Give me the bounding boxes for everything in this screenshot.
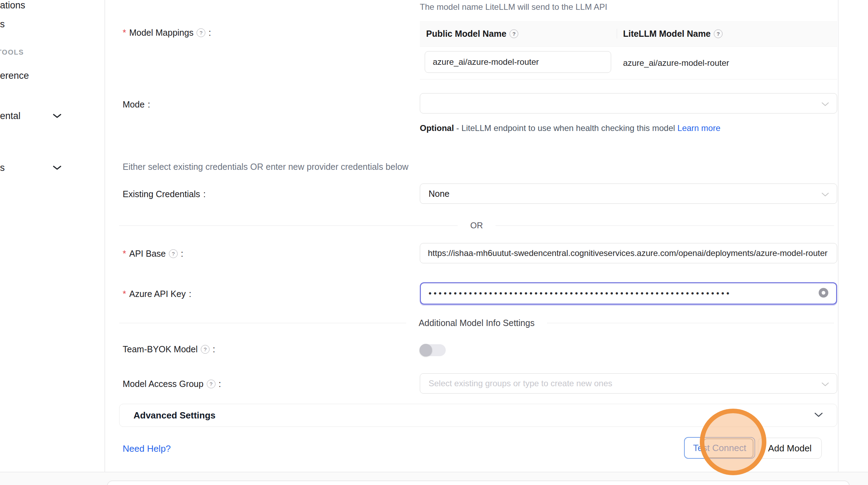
team-byok-label: Team-BYOK Model ? : bbox=[123, 343, 215, 355]
model-mappings-label-text: Model Mappings bbox=[129, 28, 193, 38]
divider-line bbox=[119, 323, 406, 323]
divider-line bbox=[547, 323, 834, 323]
mode-help-text: Optional - LiteLLM endpoint to use when … bbox=[420, 121, 725, 135]
credentials-note: Either select existing credentials OR en… bbox=[123, 162, 409, 172]
help-icon[interactable]: ? bbox=[510, 29, 518, 38]
mode-help-bold: Optional bbox=[420, 123, 454, 133]
column-separator bbox=[617, 29, 617, 39]
sidebar-section-tools: TOOLS bbox=[0, 48, 24, 56]
chevron-down-icon bbox=[53, 165, 62, 172]
azure-api-key-label-text: Azure API Key bbox=[129, 289, 186, 299]
help-icon[interactable]: ? bbox=[169, 249, 178, 258]
chevron-down-icon bbox=[814, 412, 823, 418]
help-glyph: ? bbox=[512, 31, 515, 37]
model-name-helper-text: The model name LiteLLM will send to the … bbox=[420, 2, 607, 12]
model-mappings-label: * Model Mappings ? : bbox=[123, 26, 211, 39]
api-base-label: * API Base ? : bbox=[123, 247, 183, 260]
mode-label-text: Mode bbox=[123, 99, 145, 110]
help-glyph: ? bbox=[210, 381, 212, 387]
azure-api-key-input[interactable]: ••••••••••••••••••••••••••••••••••••••••… bbox=[420, 282, 837, 305]
sidebar-item-label: ental bbox=[0, 111, 21, 121]
help-glyph: ? bbox=[172, 251, 175, 257]
model-access-group-select[interactable]: Select existing groups or type to create… bbox=[420, 373, 837, 394]
masked-api-key-value: ••••••••••••••••••••••••••••••••••••••••… bbox=[421, 289, 811, 298]
chevron-down-icon bbox=[821, 379, 829, 389]
model-mappings-table-row: azure_ai/azure-model-router bbox=[420, 47, 837, 79]
label-colon: : bbox=[219, 379, 221, 389]
help-icon[interactable]: ? bbox=[201, 345, 210, 354]
model-mappings-table: Public Model Name ? LiteLLM Model Name ?… bbox=[420, 21, 837, 79]
help-icon[interactable]: ? bbox=[714, 29, 723, 38]
model-access-group-label: Model Access Group ? : bbox=[123, 377, 221, 390]
chevron-down-icon bbox=[53, 113, 62, 120]
litellm-model-name-header-text: LiteLLM Model Name bbox=[623, 29, 711, 39]
label-colon: : bbox=[189, 289, 191, 299]
app-screen: ations s TOOLS erence ental s The model … bbox=[0, 0, 868, 485]
toggle-knob bbox=[419, 344, 432, 356]
sidebar-item-label: ations bbox=[0, 0, 25, 11]
divider-line bbox=[495, 226, 834, 226]
add-model-button-label: Add Model bbox=[768, 443, 812, 454]
label-colon: : bbox=[209, 28, 211, 38]
sidebar-item-experimental[interactable]: ental bbox=[0, 111, 21, 122]
content-right-divider bbox=[838, 0, 839, 472]
add-model-button[interactable]: Add Model bbox=[758, 438, 822, 459]
sidebar-section-label: TOOLS bbox=[0, 48, 24, 56]
existing-credentials-value: None bbox=[429, 189, 450, 199]
help-glyph: ? bbox=[204, 346, 206, 352]
or-divider: OR bbox=[119, 221, 834, 230]
next-card-top-edge bbox=[107, 480, 850, 485]
sidebar-item-label: s bbox=[0, 19, 5, 29]
sidebar: ations s TOOLS erence ental s bbox=[0, 0, 105, 472]
team-byok-toggle[interactable] bbox=[420, 344, 446, 356]
azure-api-key-label: * Azure API Key : bbox=[123, 287, 191, 300]
help-glyph: ? bbox=[717, 31, 720, 37]
click-highlight-circle bbox=[700, 409, 766, 475]
model-access-group-placeholder: Select existing groups or type to create… bbox=[429, 379, 612, 388]
learn-more-link[interactable]: Learn more bbox=[677, 123, 720, 133]
mode-select[interactable] bbox=[420, 93, 837, 113]
public-model-name-header-text: Public Model Name bbox=[426, 29, 506, 39]
help-glyph: ? bbox=[200, 30, 203, 36]
label-colon: : bbox=[203, 189, 206, 199]
or-divider-text: OR bbox=[470, 221, 483, 230]
chevron-down-icon bbox=[821, 189, 829, 199]
divider-line bbox=[119, 226, 458, 226]
help-icon[interactable]: ? bbox=[207, 380, 216, 388]
label-colon: : bbox=[181, 249, 183, 259]
additional-settings-divider-text: Additional Model Info Settings bbox=[419, 318, 535, 328]
required-marker: * bbox=[123, 289, 126, 299]
sidebar-item-inference[interactable]: erence bbox=[0, 70, 29, 81]
model-access-group-label-text: Model Access Group bbox=[123, 379, 204, 389]
additional-settings-divider: Additional Model Info Settings bbox=[119, 318, 834, 328]
required-marker: * bbox=[123, 249, 126, 259]
public-model-name-header: Public Model Name ? bbox=[426, 29, 610, 39]
mode-help-rest: - LiteLLM endpoint to use when health ch… bbox=[454, 123, 677, 133]
help-icon[interactable]: ? bbox=[197, 28, 205, 37]
existing-credentials-label: Existing Credentials : bbox=[123, 188, 206, 200]
required-marker: * bbox=[123, 28, 126, 38]
label-colon: : bbox=[148, 99, 150, 110]
api-base-input[interactable] bbox=[420, 243, 837, 263]
model-mappings-table-header: Public Model Name ? LiteLLM Model Name ? bbox=[420, 21, 837, 47]
sidebar-item-organizations[interactable]: ations bbox=[0, 0, 25, 11]
litellm-model-name-value: azure_ai/azure-model-router bbox=[623, 47, 729, 79]
sidebar-item-settings[interactable]: s bbox=[0, 162, 5, 173]
sidebar-item[interactable]: s bbox=[0, 19, 5, 30]
chevron-down-icon bbox=[821, 98, 829, 109]
existing-credentials-label-text: Existing Credentials bbox=[123, 189, 200, 199]
label-colon: : bbox=[213, 344, 215, 354]
litellm-model-name-header: LiteLLM Model Name ? bbox=[623, 29, 723, 39]
eye-icon[interactable] bbox=[818, 287, 829, 300]
need-help-link[interactable]: Need Help? bbox=[123, 443, 171, 454]
sidebar-item-label: s bbox=[0, 162, 5, 173]
mode-label: Mode : bbox=[123, 98, 150, 111]
sidebar-item-label: erence bbox=[0, 70, 29, 81]
advanced-settings-title: Advanced Settings bbox=[134, 410, 216, 421]
api-base-label-text: API Base bbox=[129, 249, 166, 259]
public-model-name-input[interactable] bbox=[425, 51, 611, 73]
existing-credentials-select[interactable]: None bbox=[420, 183, 837, 204]
team-byok-label-text: Team-BYOK Model bbox=[123, 344, 198, 354]
